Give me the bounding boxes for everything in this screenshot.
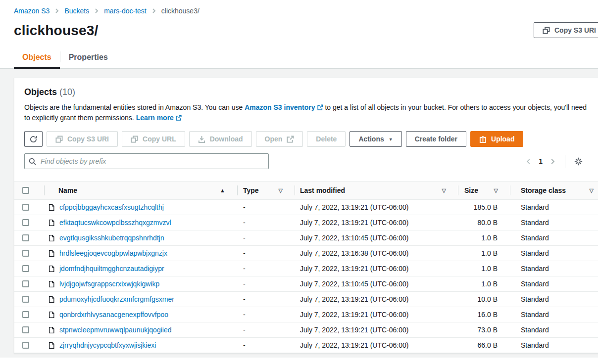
- object-name-link[interactable]: pdumoxyhjcdfuoqkrzxmfcrgmfgsxmer: [59, 295, 174, 303]
- breadcrumb-separator-icon: [94, 8, 99, 13]
- row-checkbox[interactable]: [22, 342, 29, 349]
- previous-page-button[interactable]: [523, 156, 534, 167]
- object-size: 73.0 B: [458, 322, 510, 337]
- gear-icon: [574, 157, 583, 166]
- object-name-link[interactable]: lvjdjgojwfsgrappscrxixwjqkigwikp: [59, 280, 159, 288]
- row-checkbox[interactable]: [22, 219, 29, 226]
- breadcrumb-current-folder: clickhouse3/: [161, 7, 199, 15]
- table-row: stpnwcleepmvruwwqlpaunukjqogiied - July …: [14, 322, 598, 338]
- breadcrumb: Amazon S3 Buckets mars-doc-test clickhou…: [14, 7, 584, 15]
- tab-objects[interactable]: Objects: [14, 48, 60, 69]
- sort-icon[interactable]: ▽: [590, 187, 598, 194]
- download-button[interactable]: Download: [189, 131, 252, 147]
- row-checkbox[interactable]: [22, 250, 29, 257]
- object-name-link[interactable]: evgtlqusgiksshkubetrqqpshnrhdtjn: [59, 234, 164, 242]
- preferences-button[interactable]: [572, 155, 585, 168]
- create-folder-button[interactable]: Create folder: [406, 131, 466, 147]
- sort-icon[interactable]: ▽: [494, 187, 510, 194]
- object-type: -: [237, 200, 295, 215]
- object-type: -: [237, 215, 295, 230]
- learn-more-link-label: Learn more: [136, 114, 174, 122]
- column-header-size[interactable]: Size ▽: [458, 182, 510, 199]
- object-last-modified: July 7, 2022, 13:19:21 (UTC-06:00): [295, 322, 458, 337]
- upload-icon: [479, 136, 487, 143]
- object-storage-class: Standard: [510, 276, 598, 291]
- object-size: 1.0 B: [458, 246, 510, 261]
- tab-properties-label: Properties: [69, 53, 108, 62]
- object-name-link[interactable]: hrdlsleegjoqevcogbpwlapwbjxgnzjx: [59, 249, 167, 257]
- object-name-link[interactable]: cfppcjbbggayhcxcasfxsugtzhcqlthj: [59, 203, 164, 211]
- column-header-last-modified-label: Last modified: [300, 186, 345, 194]
- object-type: -: [237, 246, 295, 261]
- delete-button[interactable]: Delete: [307, 131, 346, 147]
- external-link-icon: [287, 136, 294, 143]
- breadcrumb-bucket-name[interactable]: mars-doc-test: [104, 7, 147, 15]
- row-checkbox[interactable]: [22, 326, 29, 333]
- tab-properties[interactable]: Properties: [60, 48, 116, 69]
- file-icon: [48, 326, 55, 334]
- objects-count: (10): [59, 87, 75, 97]
- column-header-type[interactable]: Type ▽: [237, 182, 295, 199]
- object-last-modified: July 7, 2022, 13:19:21 (UTC-06:00): [295, 307, 458, 322]
- column-header-size-label: Size: [464, 186, 478, 194]
- object-name-link[interactable]: efktaqtucswkcowpclbsszhqxgzmvzvl: [59, 219, 171, 227]
- select-all-checkbox[interactable]: [22, 187, 29, 194]
- object-name-link[interactable]: zjrryqhdnjycypcqbtfxyxwjisjkiexi: [59, 341, 156, 349]
- object-last-modified: July 7, 2022, 13:19:21 (UTC-06:00): [295, 261, 458, 276]
- object-name-link[interactable]: qonbrdxrhlvysanacgenexpffovvfpoo: [59, 311, 168, 318]
- breadcrumb-amazon-s3[interactable]: Amazon S3: [14, 7, 50, 15]
- row-checkbox[interactable]: [22, 265, 29, 272]
- tab-bar: Objects Properties: [0, 48, 598, 69]
- search-row: 1: [24, 153, 596, 169]
- search-input[interactable]: [40, 157, 264, 166]
- row-checkbox[interactable]: [22, 311, 29, 318]
- breadcrumb-buckets[interactable]: Buckets: [64, 7, 89, 15]
- table-body: cfppcjbbggayhcxcasfxsugtzhcqlthj - July …: [14, 200, 598, 353]
- amazon-s3-inventory-link[interactable]: Amazon S3 inventory: [245, 103, 323, 111]
- row-checkbox[interactable]: [22, 234, 29, 241]
- column-header-storage-class[interactable]: Storage class ▽: [510, 182, 598, 199]
- sort-icon[interactable]: ▽: [279, 187, 295, 194]
- table-row: qonbrdxrhlvysanacgenexpffovvfpoo - July …: [14, 307, 598, 322]
- copy-icon: [131, 136, 138, 143]
- object-size: 16.0 B: [458, 307, 510, 322]
- object-size: 10.0 B: [458, 292, 510, 307]
- table-row: lvjdjgojwfsgrappscrxixwjqkigwikp - July …: [14, 276, 598, 292]
- copy-s3-uri-button[interactable]: Copy S3 URI: [47, 131, 118, 147]
- row-checkbox[interactable]: [22, 280, 29, 287]
- file-icon: [48, 265, 55, 273]
- object-name-link[interactable]: stpnwcleepmvruwwqlpaunukjqogiied: [59, 326, 171, 334]
- file-icon: [48, 280, 55, 288]
- upload-button[interactable]: Upload: [470, 131, 523, 147]
- copy-url-button[interactable]: Copy URL: [122, 131, 185, 147]
- object-last-modified: July 7, 2022, 13:10:45 (UTC-06:00): [295, 276, 458, 291]
- refresh-icon: [30, 136, 37, 143]
- refresh-button[interactable]: [24, 131, 43, 147]
- caret-down-icon: ▼: [389, 137, 393, 142]
- sort-icon[interactable]: ▽: [442, 187, 458, 194]
- table-row: hrdlsleegjoqevcogbpwlapwbjxgnzjx - July …: [14, 246, 598, 261]
- open-button[interactable]: Open: [256, 131, 303, 147]
- file-icon: [48, 342, 55, 349]
- object-name-link[interactable]: jdomfndjhquiltmgghcnzautadigiypr: [59, 265, 164, 273]
- object-type: -: [237, 338, 295, 353]
- search-box: [24, 153, 269, 169]
- next-page-button[interactable]: [548, 156, 558, 167]
- copy-s3-uri-header-button[interactable]: Copy S3 URI: [534, 22, 598, 38]
- table-row: cfppcjbbggayhcxcasfxsugtzhcqlthj - July …: [14, 200, 598, 215]
- file-icon: [48, 234, 55, 242]
- object-last-modified: July 7, 2022, 13:19:21 (UTC-06:00): [295, 292, 458, 307]
- learn-more-link[interactable]: Learn more: [136, 114, 182, 122]
- row-checkbox[interactable]: [22, 296, 29, 303]
- actions-dropdown-button[interactable]: Actions ▼: [349, 131, 401, 147]
- copy-s3-uri-header-label: Copy S3 URI: [554, 26, 596, 34]
- row-checkbox[interactable]: [22, 204, 29, 211]
- file-icon: [48, 204, 55, 211]
- sort-ascending-icon[interactable]: ▲: [220, 187, 237, 193]
- create-folder-label: Create folder: [415, 135, 457, 143]
- column-header-name[interactable]: Name ▲: [44, 182, 237, 199]
- table-row: zjrryqhdnjycypcqbtfxyxwjisjkiexi - July …: [14, 338, 598, 353]
- column-header-last-modified[interactable]: Last modified ▽: [295, 182, 458, 199]
- search-icon: [29, 158, 36, 165]
- amazon-s3-inventory-link-label: Amazon S3 inventory: [245, 103, 315, 111]
